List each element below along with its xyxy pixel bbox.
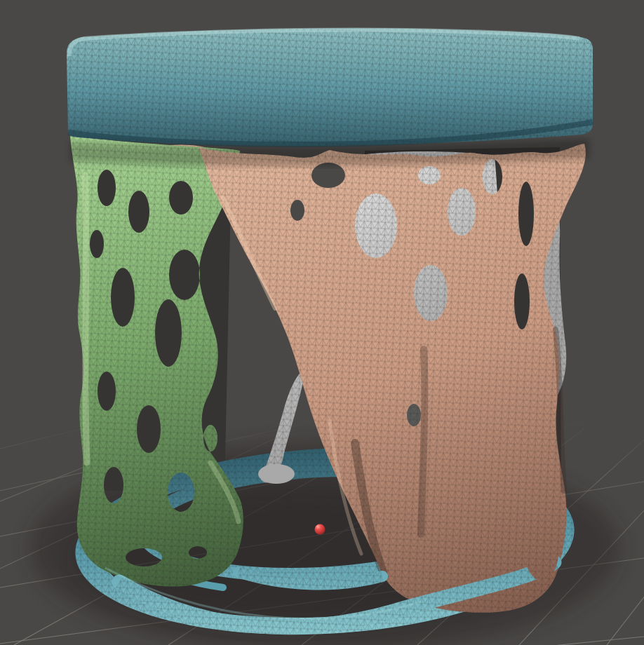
left-leg-highlight xyxy=(85,175,87,463)
viewport-3d[interactable] xyxy=(0,0,644,645)
front-leg-crevice xyxy=(421,349,424,534)
left-leg-mesh[interactable] xyxy=(70,136,243,587)
origin-marker[interactable] xyxy=(315,524,326,535)
tabletop-mesh[interactable] xyxy=(67,29,593,146)
